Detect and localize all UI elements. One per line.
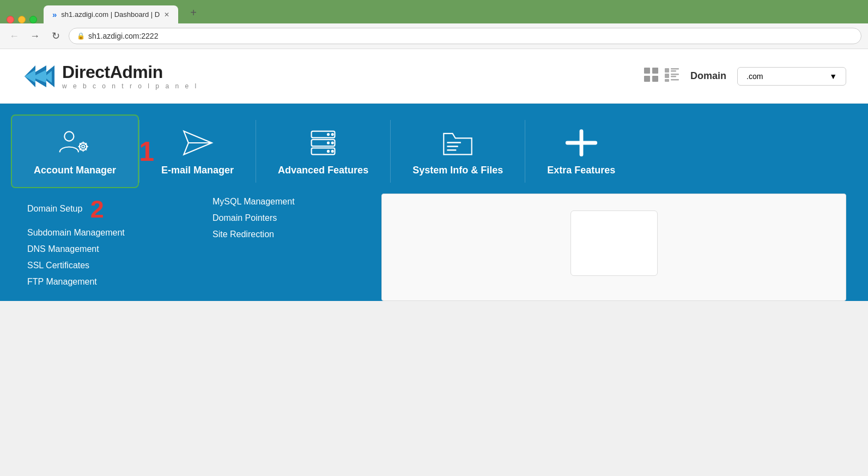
svg-rect-9 bbox=[665, 74, 669, 78]
list-icon bbox=[664, 67, 679, 82]
nav-item-email-manager[interactable]: E-mail Manager bbox=[139, 115, 256, 188]
tab-close-button[interactable]: ✕ bbox=[164, 11, 169, 19]
svg-point-23 bbox=[331, 141, 334, 144]
nav-label-system-info: System Info & Files bbox=[412, 165, 503, 176]
svg-rect-30 bbox=[447, 149, 456, 151]
account-manager-icon bbox=[59, 126, 92, 159]
submenu-ssl-certs[interactable]: SSL Certificates bbox=[27, 257, 180, 274]
tab-favicon: » bbox=[52, 10, 57, 19]
logo-area: DirectAdmin w e b c o n t r o l p a n e … bbox=[22, 60, 198, 93]
submenu-col-2: MySQL Management Domain Pointers Site Re… bbox=[196, 188, 381, 301]
traffic-lights bbox=[7, 16, 37, 23]
browser-toolbar: ← → ↻ 🔒 sh1.azdigi.com:2222 bbox=[0, 23, 868, 49]
nav-item-advanced-features[interactable]: Advanced Features bbox=[256, 115, 390, 188]
svg-point-16 bbox=[82, 145, 84, 148]
domain-setup-link[interactable]: Domain Setup bbox=[27, 204, 82, 213]
nav-label-extra-features: Extra Features bbox=[547, 165, 615, 176]
grid-icon bbox=[644, 67, 659, 82]
address-bar[interactable]: 🔒 sh1.azdigi.com:2222 bbox=[69, 28, 861, 44]
minimize-button[interactable] bbox=[18, 16, 26, 23]
svg-rect-29 bbox=[447, 146, 458, 147]
svg-rect-28 bbox=[447, 142, 461, 143]
svg-rect-13 bbox=[671, 79, 679, 81]
svg-point-27 bbox=[327, 150, 330, 153]
submenu-subdomain-mgmt[interactable]: Subdomain Management bbox=[27, 225, 180, 241]
lock-icon: 🔒 bbox=[77, 32, 85, 40]
right-content-panel bbox=[381, 194, 846, 301]
grid-view-button[interactable] bbox=[644, 67, 659, 86]
advanced-features-icon bbox=[307, 126, 339, 159]
nav-item-extra-features[interactable]: Extra Features bbox=[525, 115, 637, 188]
submenu-col-1: Domain Setup 2 Subdomain Management DNS … bbox=[11, 188, 196, 301]
nav-label-advanced-features: Advanced Features bbox=[278, 165, 368, 176]
new-tab-button[interactable]: + bbox=[185, 7, 202, 23]
close-button[interactable] bbox=[7, 16, 14, 23]
bottom-section: Domain Setup 2 Subdomain Management DNS … bbox=[11, 188, 857, 301]
panel-inner-box bbox=[570, 210, 658, 276]
svg-point-24 bbox=[327, 141, 330, 144]
logo-subtitle: w e b c o n t r o l p a n e l bbox=[62, 82, 198, 90]
maximize-button[interactable] bbox=[29, 16, 37, 23]
main-section: Account Manager 1 E-mail Manager bbox=[0, 104, 868, 301]
domain-value: .com bbox=[746, 72, 763, 81]
svg-rect-11 bbox=[671, 76, 676, 77]
svg-point-14 bbox=[64, 131, 74, 141]
logo-text: DirectAdmin w e b c o n t r o l p a n e … bbox=[62, 62, 198, 90]
submenu-site-redirect[interactable]: Site Redirection bbox=[213, 226, 365, 243]
svg-rect-10 bbox=[671, 74, 679, 75]
browser-chrome: » sh1.azdigi.com | Dashboard | D ✕ + ← →… bbox=[0, 0, 868, 49]
step1-badge: 1 bbox=[139, 138, 154, 165]
address-text: sh1.azdigi.com:2222 bbox=[88, 32, 158, 40]
svg-rect-8 bbox=[671, 70, 676, 72]
submenu-dns-mgmt[interactable]: DNS Management bbox=[27, 241, 180, 257]
svg-rect-5 bbox=[652, 76, 658, 82]
svg-rect-12 bbox=[665, 79, 669, 82]
domain-select[interactable]: .com ▼ bbox=[737, 67, 846, 86]
extra-features-icon bbox=[565, 126, 598, 159]
list-view-button[interactable] bbox=[664, 67, 679, 86]
submenu-domain-setup[interactable]: Domain Setup 2 bbox=[27, 194, 180, 225]
svg-rect-4 bbox=[644, 76, 650, 82]
svg-rect-7 bbox=[671, 68, 679, 70]
forward-button[interactable]: → bbox=[27, 28, 43, 44]
nav-label-email-manager: E-mail Manager bbox=[161, 165, 234, 176]
email-manager-icon bbox=[181, 126, 214, 159]
logo-title: DirectAdmin bbox=[62, 62, 198, 82]
tab-title: sh1.azdigi.com | Dashboard | D bbox=[61, 10, 160, 19]
svg-rect-2 bbox=[644, 68, 650, 74]
svg-point-26 bbox=[331, 150, 334, 153]
submenu-ftp-mgmt[interactable]: FTP Management bbox=[27, 274, 180, 290]
logo-icon bbox=[22, 60, 54, 93]
nav-label-account-manager: Account Manager bbox=[34, 165, 116, 176]
active-tab[interactable]: » sh1.azdigi.com | Dashboard | D ✕ bbox=[44, 5, 178, 23]
svg-rect-3 bbox=[652, 68, 658, 74]
nav-item-account-manager[interactable]: Account Manager 1 bbox=[11, 115, 139, 188]
domain-dropdown-arrow: ▼ bbox=[829, 72, 837, 81]
view-icons bbox=[644, 67, 679, 86]
step2-badge: 2 bbox=[90, 197, 104, 221]
submenu-mysql-mgmt[interactable]: MySQL Management bbox=[213, 194, 365, 210]
header-right: Domain .com ▼ bbox=[644, 67, 846, 86]
top-nav: Account Manager 1 E-mail Manager bbox=[11, 115, 857, 188]
svg-rect-6 bbox=[665, 68, 669, 73]
back-button[interactable]: ← bbox=[7, 28, 22, 44]
domain-label: Domain bbox=[690, 70, 726, 82]
site-header: DirectAdmin w e b c o n t r o l p a n e … bbox=[0, 49, 868, 104]
svg-point-21 bbox=[327, 133, 330, 136]
submenu-domain-pointers[interactable]: Domain Pointers bbox=[213, 210, 365, 226]
refresh-button[interactable]: ↻ bbox=[48, 28, 63, 44]
system-info-icon bbox=[441, 126, 474, 159]
page-content: DirectAdmin w e b c o n t r o l p a n e … bbox=[0, 49, 868, 301]
svg-point-20 bbox=[331, 133, 334, 136]
nav-item-system-info[interactable]: System Info & Files bbox=[391, 115, 525, 188]
